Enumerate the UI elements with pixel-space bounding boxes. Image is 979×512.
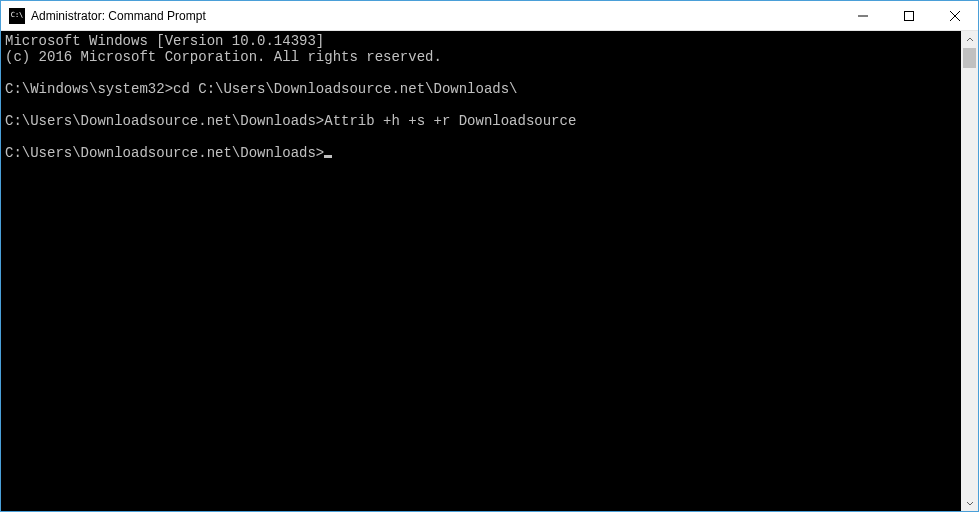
scrollbar-track[interactable] bbox=[961, 48, 978, 494]
titlebar: C:\ Administrator: Command Prompt bbox=[1, 1, 978, 31]
console-command: cd C:\Users\Downloadsource.net\Downloads… bbox=[173, 81, 517, 97]
chevron-down-icon bbox=[966, 499, 974, 507]
cursor bbox=[324, 155, 332, 158]
close-icon bbox=[950, 11, 960, 21]
window-controls bbox=[840, 1, 978, 30]
console-area: Microsoft Windows [Version 10.0.14393] (… bbox=[1, 31, 978, 511]
cmd-icon: C:\ bbox=[9, 8, 25, 24]
minimize-button[interactable] bbox=[840, 1, 886, 30]
console-output[interactable]: Microsoft Windows [Version 10.0.14393] (… bbox=[1, 31, 961, 511]
scroll-down-button[interactable] bbox=[961, 494, 978, 511]
svg-rect-1 bbox=[905, 11, 914, 20]
close-button[interactable] bbox=[932, 1, 978, 30]
scrollbar-thumb[interactable] bbox=[963, 48, 976, 68]
console-line: (c) 2016 Microsoft Corporation. All righ… bbox=[5, 49, 442, 65]
maximize-button[interactable] bbox=[886, 1, 932, 30]
console-prompt: C:\Windows\system32> bbox=[5, 81, 173, 97]
chevron-up-icon bbox=[966, 36, 974, 44]
cmd-icon-text: C:\ bbox=[11, 12, 24, 19]
minimize-icon bbox=[858, 11, 868, 21]
maximize-icon bbox=[904, 11, 914, 21]
console-command: Attrib +h +s +r Downloadsource bbox=[324, 113, 576, 129]
vertical-scrollbar[interactable] bbox=[961, 31, 978, 511]
console-prompt: C:\Users\Downloadsource.net\Downloads> bbox=[5, 145, 324, 161]
console-line: Microsoft Windows [Version 10.0.14393] bbox=[5, 33, 324, 49]
window-title: Administrator: Command Prompt bbox=[31, 9, 840, 23]
console-prompt: C:\Users\Downloadsource.net\Downloads> bbox=[5, 113, 324, 129]
scroll-up-button[interactable] bbox=[961, 31, 978, 48]
